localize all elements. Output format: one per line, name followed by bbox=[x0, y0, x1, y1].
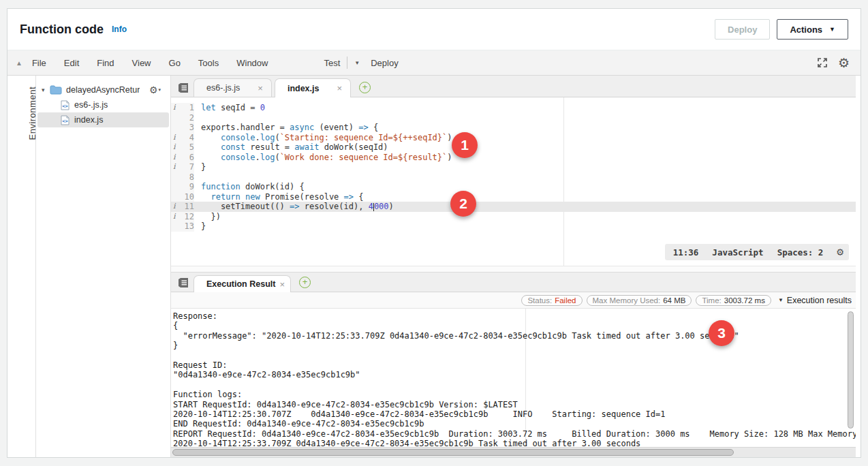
badge-value: 64 MB bbox=[663, 296, 685, 305]
token bbox=[201, 153, 221, 162]
info-annotation-icon: i bbox=[171, 162, 179, 172]
token: . bbox=[255, 133, 260, 142]
environment-strip: Environment bbox=[7, 76, 36, 457]
new-tab-plus-icon[interactable]: + bbox=[299, 277, 311, 288]
close-icon[interactable]: × bbox=[279, 279, 285, 290]
info-link[interactable]: Info bbox=[112, 25, 127, 34]
token: let bbox=[201, 103, 216, 112]
token: doWork(seqId) bbox=[319, 142, 388, 152]
tree-file-es6-.js.js[interactable]: <>es6-.js.js bbox=[37, 97, 169, 112]
tree-folder-row[interactable]: ▾ delayedAsyncReturn ⚙ ▾ bbox=[36, 82, 170, 97]
token: await bbox=[294, 142, 319, 152]
test-dropdown-icon[interactable]: ▼ bbox=[354, 60, 360, 66]
actions-button[interactable]: Actions ▼ bbox=[777, 19, 848, 40]
vertical-scrollbar-thumb[interactable] bbox=[848, 311, 854, 429]
execution-results-toggle[interactable]: ▼ Execution results bbox=[778, 296, 852, 305]
close-icon[interactable]: × bbox=[337, 83, 342, 93]
menubar-right-icons: ⚙ bbox=[816, 57, 861, 69]
horizontal-scrollbar-thumb[interactable] bbox=[172, 449, 734, 456]
token: 0 bbox=[260, 103, 265, 112]
output-line: Response: bbox=[173, 311, 856, 321]
menu-item-test[interactable]: Test bbox=[324, 58, 340, 68]
token: seqId = bbox=[216, 103, 260, 112]
menu-item-deploy[interactable]: Deploy bbox=[371, 58, 398, 68]
close-icon[interactable]: × bbox=[258, 83, 263, 93]
token: return bbox=[211, 192, 240, 202]
results-tabbar: Execution Result × + bbox=[171, 272, 856, 292]
results-status-row: Status:FailedMax Memory Used:64 MBTime:3… bbox=[171, 292, 856, 309]
token: log bbox=[260, 153, 275, 162]
code-text: console.log(`Work done: sequence Id=${re… bbox=[194, 153, 452, 163]
gutter-cell bbox=[171, 221, 179, 232]
token: async bbox=[290, 123, 314, 132]
token bbox=[241, 192, 245, 202]
info-annotation-icon: i bbox=[171, 212, 179, 222]
token: . bbox=[255, 153, 260, 162]
tab-list-icon[interactable] bbox=[178, 277, 189, 288]
menu-item-view[interactable]: View bbox=[132, 58, 151, 68]
code-line-13: 13} bbox=[171, 221, 856, 232]
execution-output[interactable]: Response:{ "errorMessage": "2020-10-14T1… bbox=[171, 309, 856, 447]
line-number: 2 bbox=[179, 113, 194, 123]
ide-settings-gear-icon[interactable]: ⚙ bbox=[838, 57, 850, 69]
info-annotation-icon: i bbox=[171, 103, 179, 113]
gutter-cell bbox=[171, 113, 179, 123]
line-number: 7 bbox=[179, 162, 194, 172]
output-lines: Response:{ "errorMessage": "2020-10-14T1… bbox=[173, 311, 856, 447]
tab-es6-.js.js[interactable]: es6-.js.js× bbox=[193, 78, 272, 97]
badge-value: 3003.72 ms bbox=[724, 296, 765, 305]
tab-list-icon[interactable] bbox=[178, 82, 189, 93]
new-tab-plus-icon[interactable]: + bbox=[359, 82, 371, 93]
language-mode[interactable]: JavaScript bbox=[712, 247, 763, 258]
tab-execution-result[interactable]: Execution Result × bbox=[193, 275, 291, 292]
menu-item-go[interactable]: Go bbox=[169, 58, 181, 68]
code-text: } bbox=[194, 221, 206, 232]
menu-item-tools[interactable]: Tools bbox=[198, 58, 219, 68]
menu-item-file[interactable]: File bbox=[32, 58, 46, 68]
code-line-7: i7} bbox=[171, 162, 856, 172]
tree-file-index.js[interactable]: <>index.js bbox=[37, 112, 169, 127]
pane-splitter[interactable] bbox=[171, 266, 856, 272]
code-text: exports.handler = async (event) => { bbox=[194, 123, 378, 133]
fullscreen-icon[interactable] bbox=[816, 57, 828, 69]
cursor-position[interactable]: 11:36 bbox=[673, 247, 699, 258]
code-line-10: 10 return new Promise(resolve => { bbox=[171, 192, 856, 202]
output-line bbox=[173, 351, 856, 360]
badge-label: Time: bbox=[702, 296, 721, 305]
tab-label: index.js bbox=[288, 84, 320, 93]
svg-text:<>: <> bbox=[62, 119, 67, 124]
code-line-8: 8 bbox=[171, 172, 856, 183]
token: log bbox=[260, 133, 275, 142]
line-number: 3 bbox=[179, 123, 194, 133]
line-number: 12 bbox=[179, 212, 194, 222]
collapse-pane-icon[interactable]: ▲ bbox=[16, 59, 22, 67]
tree-settings-gear[interactable]: ⚙ ▾ bbox=[149, 85, 161, 95]
annotation-1: 1 bbox=[452, 132, 478, 158]
horizontal-scrollbar bbox=[171, 447, 856, 457]
token: console bbox=[221, 133, 255, 142]
output-line: "errorMessage": "2020-10-14T12:25:33.709… bbox=[173, 331, 856, 341]
deploy-button[interactable]: Deploy bbox=[715, 19, 770, 40]
execution-results-label: Execution results bbox=[787, 296, 852, 305]
output-line: 2020-10-14T12:25:33.709Z 0d4a1340-e9ce-4… bbox=[173, 439, 856, 447]
menu-item-edit[interactable]: Edit bbox=[64, 58, 79, 68]
function-code-card: Function code Info Deploy Actions ▼ ▲ Fi… bbox=[7, 8, 861, 458]
status-badge: Max Memory Used:64 MB bbox=[587, 295, 692, 306]
editor-statusbar: 11:36 JavaScript Spaces: 2 ⚙ bbox=[665, 244, 849, 260]
menu-item-window[interactable]: Window bbox=[236, 58, 268, 68]
badge-label: Status: bbox=[527, 296, 552, 305]
gutter-cell bbox=[171, 123, 179, 133]
token: ( bbox=[275, 153, 279, 162]
statusbar-gear-icon[interactable]: ⚙ bbox=[837, 247, 843, 258]
chevron-down-icon: ▼ bbox=[829, 26, 835, 33]
tab-index.js[interactable]: index.js× bbox=[275, 78, 351, 97]
environment-tab[interactable]: Environment bbox=[27, 87, 37, 140]
page: Function code Info Deploy Actions ▼ ▲ Fi… bbox=[0, 0, 868, 466]
indentation-setting[interactable]: Spaces: 2 bbox=[777, 247, 824, 258]
token: } bbox=[201, 221, 206, 231]
code-editor[interactable]: i1let seqId = 023exports.handler = async… bbox=[171, 97, 856, 266]
folder-disclosure-icon[interactable]: ▾ bbox=[42, 87, 50, 93]
code-text: function doWork(id) { bbox=[194, 182, 305, 192]
info-annotation-icon: i bbox=[171, 202, 179, 212]
menu-item-find[interactable]: Find bbox=[97, 58, 114, 68]
